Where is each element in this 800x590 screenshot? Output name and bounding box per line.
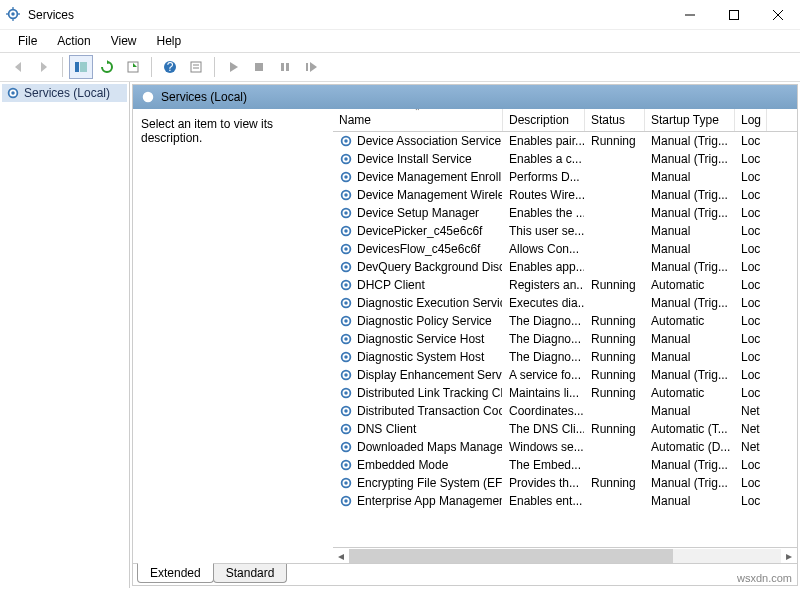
table-row[interactable]: Device Management Wirele...Routes Wire..… [333,186,797,204]
table-row[interactable]: Device Association ServiceEnables pair..… [333,132,797,150]
gear-icon [339,440,353,454]
column-header-startup-type[interactable]: Startup Type [645,109,735,131]
menu-action[interactable]: Action [49,31,98,51]
table-row[interactable]: DevQuery Background Disc...Enables app..… [333,258,797,276]
cell-description: Routes Wire... [503,188,585,202]
cell-status: Running [585,278,645,292]
svg-point-37 [344,175,348,179]
table-row[interactable]: DevicesFlow_c45e6c6fAllows Con...ManualL… [333,240,797,258]
window-title: Services [28,8,74,22]
cell-status: Running [585,386,645,400]
table-row[interactable]: Distributed Transaction Coo...Coordinate… [333,402,797,420]
cell-description: Coordinates... [503,404,585,418]
close-button[interactable] [756,0,800,30]
svg-rect-12 [75,62,79,72]
table-row[interactable]: Device Setup ManagerEnables the ...Manua… [333,204,797,222]
cell-startup-type: Automatic [645,386,735,400]
svg-rect-19 [191,62,201,72]
svg-marker-10 [15,62,21,72]
table-row[interactable]: Diagnostic Service HostThe Diagno...Runn… [333,330,797,348]
start-service-button[interactable] [221,55,245,79]
cell-name: Diagnostic System Host [333,350,503,364]
stop-service-button[interactable] [247,55,271,79]
svg-rect-26 [306,63,308,71]
gear-icon [339,314,353,328]
forward-button[interactable] [32,55,56,79]
horizontal-scrollbar[interactable]: ◂ ▸ [333,547,797,563]
pause-service-button[interactable] [273,55,297,79]
scroll-left-icon[interactable]: ◂ [333,549,349,563]
detail-header: Services (Local) [133,85,797,109]
title-bar: Services [0,0,800,30]
minimize-button[interactable] [668,0,712,30]
cell-logon: Loc [735,458,767,472]
table-row[interactable]: DevicePicker_c45e6c6fThis user se...Manu… [333,222,797,240]
cell-startup-type: Manual (Trig... [645,476,735,490]
table-row[interactable]: Encrypting File System (EFS)Provides th.… [333,474,797,492]
gear-icon [339,296,353,310]
table-row[interactable]: Downloaded Maps ManagerWindows se...Auto… [333,438,797,456]
cell-startup-type: Manual (Trig... [645,206,735,220]
cell-logon: Loc [735,386,767,400]
properties-button[interactable] [184,55,208,79]
tab-extended[interactable]: Extended [137,563,214,583]
show-hide-tree-button[interactable] [69,55,93,79]
column-header-name[interactable]: Name ⌃ [333,109,503,131]
column-header-logon[interactable]: Log [735,109,767,131]
cell-name: Display Enhancement Service [333,368,503,382]
column-header-status[interactable]: Status [585,109,645,131]
gear-icon [6,86,20,100]
help-button[interactable]: ? [158,55,182,79]
table-row[interactable]: Device Management Enroll...Performs D...… [333,168,797,186]
table-row[interactable]: DNS ClientThe DNS Cli...RunningAutomatic… [333,420,797,438]
gear-icon [339,494,353,508]
cell-description: Registers an... [503,278,585,292]
cell-name: Device Management Enroll... [333,170,503,184]
menu-help[interactable]: Help [149,31,190,51]
scroll-thumb[interactable] [349,549,673,563]
tab-standard[interactable]: Standard [213,564,288,583]
svg-point-47 [344,265,348,269]
cell-startup-type: Automatic (T... [645,422,735,436]
watermark: wsxdn.com [737,572,792,584]
export-button[interactable] [121,55,145,79]
svg-marker-22 [230,62,238,72]
refresh-button[interactable] [95,55,119,79]
menu-file[interactable]: File [10,31,45,51]
table-row[interactable]: Embedded ModeThe Embed...Manual (Trig...… [333,456,797,474]
menu-view[interactable]: View [103,31,145,51]
table-row[interactable]: Distributed Link Tracking Cl...Maintains… [333,384,797,402]
svg-text:?: ? [167,60,174,74]
cell-description: Performs D... [503,170,585,184]
cell-status: Running [585,368,645,382]
svg-point-43 [344,229,348,233]
maximize-button[interactable] [712,0,756,30]
cell-name: Enterprise App Managemen... [333,494,503,508]
table-row[interactable]: Diagnostic System HostThe Diagno...Runni… [333,348,797,366]
table-row[interactable]: Enterprise App Managemen...Enables ent..… [333,492,797,510]
gear-icon [339,458,353,472]
svg-point-57 [344,355,348,359]
table-row[interactable]: Diagnostic Execution ServiceExecutes dia… [333,294,797,312]
cell-logon: Net [735,422,767,436]
tree-node-services-local[interactable]: Services (Local) [2,84,127,102]
back-button[interactable] [6,55,30,79]
restart-service-button[interactable] [299,55,323,79]
gear-icon [339,350,353,364]
cell-logon: Loc [735,296,767,310]
table-row[interactable]: Display Enhancement ServiceA service fo.… [333,366,797,384]
cell-status: Running [585,422,645,436]
scroll-right-icon[interactable]: ▸ [781,549,797,563]
table-row[interactable]: Diagnostic Policy ServiceThe Diagno...Ru… [333,312,797,330]
cell-status: Running [585,350,645,364]
gear-icon [141,90,155,104]
cell-logon: Loc [735,278,767,292]
cell-startup-type: Automatic [645,314,735,328]
cell-startup-type: Automatic [645,278,735,292]
table-row[interactable]: Device Install ServiceEnables a c...Manu… [333,150,797,168]
gear-icon [339,188,353,202]
service-table-body[interactable]: Device Association ServiceEnables pair..… [333,132,797,547]
table-row[interactable]: DHCP ClientRegisters an...RunningAutomat… [333,276,797,294]
column-header-description[interactable]: Description [503,109,585,131]
cell-name: Device Setup Manager [333,206,503,220]
